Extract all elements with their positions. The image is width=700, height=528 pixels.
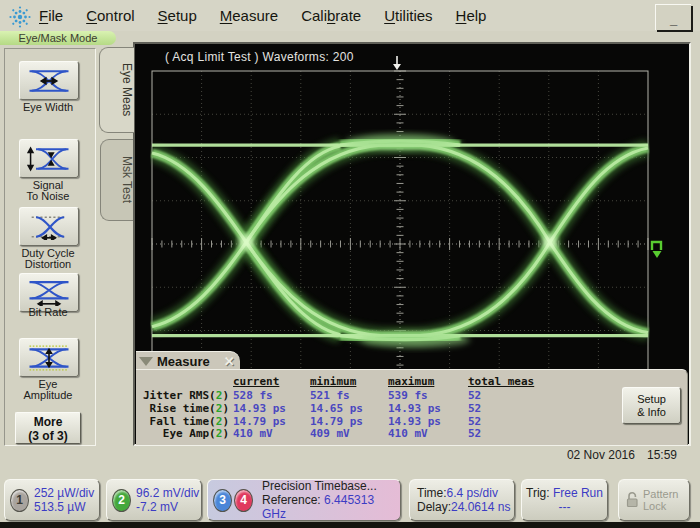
menu-help[interactable]: Help [456, 7, 487, 24]
measure-row: Jitter RMS(2)528 fs521 fs539 fs52 [136, 389, 687, 402]
tab-msk-test[interactable]: Msk Test [100, 139, 134, 221]
tab-eye-meas[interactable]: Eye Meas [99, 47, 134, 133]
duty-cycle-distortion-label: Duty Cycle Distortion [5, 248, 91, 270]
mode-label: Eye/Mask Mode [0, 31, 116, 45]
signal-to-noise-button[interactable] [19, 139, 79, 178]
measure-row-label: Fall time(2) [136, 415, 229, 428]
column-header: total meas [468, 375, 534, 388]
eye-amplitude-button[interactable] [19, 338, 79, 377]
pattern-lock-label: Pattern Lock [643, 488, 678, 512]
column-header: minimum [310, 375, 356, 388]
measure-panel-tab[interactable]: Measure ✕ [136, 351, 240, 371]
measure-row-label: Eye Amp(2) [136, 427, 229, 440]
pattern-lock-button[interactable]: Pattern Lock [618, 479, 690, 521]
eye-width-button[interactable] [19, 61, 79, 100]
screen-bottom-edge [0, 522, 700, 528]
signal-to-noise-label: Signal To Noise [5, 180, 91, 202]
menu-measure[interactable]: Measure [220, 7, 278, 24]
acq-limit-text: ( Acq Limit Test ) Waveforms: 200 [165, 50, 354, 64]
time-value: 6.4 ps/div [447, 486, 498, 500]
measure-value: 52 [468, 389, 481, 402]
measure-row: Eye Amp(2)410 mV409 mV410 mV52 [136, 427, 687, 440]
channel-2-badge: 2 [112, 489, 131, 512]
time-label: 15:59 [647, 448, 677, 462]
menu-control[interactable]: Control [86, 7, 134, 24]
measure-value: 14.93 ps [233, 402, 286, 415]
trigger-button[interactable]: Trig: Free Run --- [521, 479, 608, 521]
reference-label: Reference: [262, 493, 321, 507]
measure-panel-title: Measure [157, 354, 210, 369]
duty-cycle-distortion-icon [27, 214, 71, 240]
menu-utilities[interactable]: Utilities [384, 7, 432, 24]
measure-value: 52 [468, 427, 481, 440]
datetime: 02 Nov 201615:59 [567, 448, 677, 462]
trigger-marker-icon [393, 56, 401, 70]
menu-items: FileControlSetupMeasureCalibrateUtilitie… [39, 7, 509, 25]
channel-2-button[interactable]: 2 96.2 mV/div -7.2 mV [106, 479, 202, 521]
eye-width-icon [27, 68, 71, 94]
measure-value: 52 [468, 415, 481, 428]
time-delay-button[interactable]: Time:6.4 ps/div Delay:24.0614 ns [409, 479, 515, 521]
close-icon[interactable]: ✕ [224, 354, 235, 369]
agilent-spark-icon [7, 4, 33, 30]
measure-value: 14.93 ps [388, 415, 441, 428]
measure-value: 539 fs [388, 389, 428, 402]
eye-amplitude-label: Eye Amplitude [5, 379, 91, 401]
channel-4-badge: 4 [234, 489, 253, 512]
measure-value: 410 mV [388, 427, 428, 440]
delay-value: 24.0614 ns [451, 500, 510, 514]
more-button[interactable]: More (3 of 3) [15, 412, 81, 444]
measurement-sidebar: Eye Width Signal To Noise [4, 48, 96, 446]
menu-calibrate[interactable]: Calibrate [301, 7, 361, 24]
ch1-offset: 513.5 µW [34, 500, 94, 514]
delay-reference-marker-icon [652, 242, 662, 258]
open-lock-icon [625, 491, 640, 509]
measure-value: 528 fs [233, 389, 273, 402]
measure-row-label: Rise time(2) [136, 402, 229, 415]
waveform-display: ( Acq Limit Test ) Waveforms: 200 Measur… [133, 42, 691, 446]
ch2-offset: -7.2 mV [136, 500, 199, 514]
eye-width-label: Eye Width [5, 102, 91, 113]
trig-value: Free Run [553, 486, 603, 500]
channel-3-badge: 3 [213, 489, 232, 512]
measure-value: 52 [468, 402, 481, 415]
measure-row: Fall time(2)14.79 ps14.79 ps14.93 ps52 [136, 415, 687, 428]
menu-bar: FileControlSetupMeasureCalibrateUtilitie… [0, 0, 700, 31]
measure-value: 14.65 ps [310, 402, 363, 415]
ch2-scale: 96.2 mV/div [136, 486, 199, 500]
column-header: maximum [388, 375, 434, 388]
timebase-title: Precision Timebase... [262, 479, 400, 493]
duty-cycle-distortion-button[interactable] [19, 207, 79, 246]
menu-file[interactable]: File [39, 7, 63, 24]
measure-value: 410 mV [233, 427, 273, 440]
measure-row-label: Jitter RMS(2) [136, 389, 229, 402]
measure-value: 14.79 ps [233, 415, 286, 428]
minimize-button[interactable]: _ [655, 4, 691, 30]
ch1-scale: 252 µW/div [34, 486, 94, 500]
measure-panel: currentminimummaximumtotal meas Jitter R… [136, 369, 688, 445]
date-label: 02 Nov 2016 [567, 448, 635, 462]
column-header: current [233, 375, 279, 388]
bit-rate-icon [27, 280, 71, 306]
eye-amplitude-icon [27, 345, 71, 371]
time-label: Time: [417, 486, 447, 500]
measure-value: 409 mV [310, 427, 350, 440]
measure-value: 14.93 ps [388, 402, 441, 415]
panel-collapse-icon[interactable] [139, 357, 153, 366]
delay-label: Delay: [417, 500, 451, 514]
trig-label: Trig: [526, 486, 550, 500]
trig-value2: --- [522, 500, 607, 514]
channel-1-button[interactable]: 1 252 µW/div 513.5 µW [4, 479, 100, 521]
timebase-button[interactable]: 3 4 Precision Timebase... Reference: 6.4… [207, 479, 401, 521]
measure-row: Rise time(2)14.93 ps14.65 ps14.93 ps52 [136, 402, 687, 415]
setup-info-button[interactable]: Setup & Info [622, 387, 681, 424]
measure-value: 521 fs [310, 389, 350, 402]
bit-rate-label: Bit Rate [5, 307, 91, 318]
channel-1-badge: 1 [10, 489, 29, 512]
menu-setup[interactable]: Setup [158, 7, 197, 24]
signal-to-noise-icon [27, 146, 71, 172]
measure-value: 14.79 ps [310, 415, 363, 428]
oscilloscope-screen: FileControlSetupMeasureCalibrateUtilitie… [0, 0, 700, 528]
